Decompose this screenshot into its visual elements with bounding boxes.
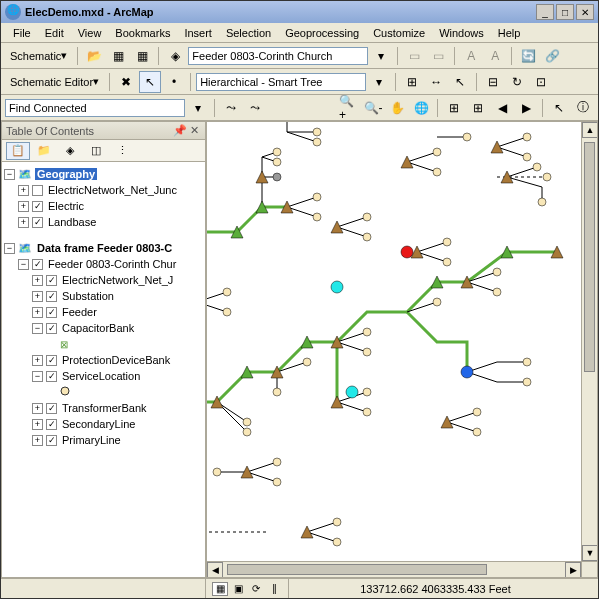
menu-windows[interactable]: Windows bbox=[433, 25, 490, 41]
zoomin-icon[interactable]: 🔍+ bbox=[338, 97, 360, 119]
schematic-dropdown[interactable]: Schematic ▾ bbox=[5, 46, 72, 65]
options-icon[interactable]: ⋮ bbox=[110, 142, 134, 160]
align-icon[interactable]: ⊟ bbox=[482, 71, 504, 93]
expand-toggle[interactable]: + bbox=[18, 217, 29, 228]
layer-item[interactable]: Electric bbox=[46, 200, 86, 212]
layout-arrow[interactable]: ▾ bbox=[368, 71, 390, 93]
fullext2-icon[interactable]: ⊞ bbox=[467, 97, 489, 119]
feeder-layer[interactable]: Feeder 0803-Corinth Chur bbox=[46, 258, 178, 270]
layout-view-tab[interactable]: ▣ bbox=[230, 582, 246, 596]
layer-checkbox[interactable] bbox=[46, 275, 57, 286]
expand-toggle[interactable]: − bbox=[4, 243, 15, 254]
layer-checkbox[interactable] bbox=[46, 307, 57, 318]
menu-help[interactable]: Help bbox=[492, 25, 527, 41]
data-view-tab[interactable]: ▦ bbox=[212, 582, 228, 596]
scroll-down-icon[interactable]: ▼ bbox=[582, 545, 598, 561]
feeder-combo[interactable] bbox=[188, 47, 368, 65]
expand-toggle[interactable]: − bbox=[32, 371, 43, 382]
expand-toggle[interactable]: + bbox=[32, 307, 43, 318]
layer-item[interactable]: SecondaryLine bbox=[60, 418, 137, 430]
prop1-icon[interactable]: ▭ bbox=[403, 45, 425, 67]
layer-item[interactable]: CapacitorBank bbox=[60, 322, 136, 334]
layer-checkbox[interactable] bbox=[32, 201, 43, 212]
layer-checkbox[interactable] bbox=[46, 435, 57, 446]
layer-item[interactable]: ServiceLocation bbox=[60, 370, 142, 382]
list-by-vis-icon[interactable]: ◈ bbox=[58, 142, 82, 160]
rotate-icon[interactable]: ↻ bbox=[506, 71, 528, 93]
open-icon[interactable]: 📂 bbox=[83, 45, 105, 67]
layer-item[interactable]: Feeder bbox=[60, 306, 99, 318]
tree-icon[interactable]: ⊞ bbox=[401, 71, 423, 93]
scroll-up-icon[interactable]: ▲ bbox=[582, 122, 598, 138]
move-icon[interactable]: • bbox=[163, 71, 185, 93]
menu-edit[interactable]: Edit bbox=[39, 25, 70, 41]
scroll-thumb[interactable] bbox=[227, 564, 487, 575]
layer-checkbox[interactable] bbox=[46, 403, 57, 414]
toc-close-icon[interactable]: ✕ bbox=[187, 124, 201, 137]
dataframe-item[interactable]: Data frame Feeder 0803-C bbox=[35, 242, 174, 254]
layer-checkbox[interactable] bbox=[46, 355, 57, 366]
select-icon[interactable]: ↖ bbox=[548, 97, 570, 119]
prop2-icon[interactable]: ▭ bbox=[427, 45, 449, 67]
combo-arrow[interactable]: ▾ bbox=[370, 45, 392, 67]
layer-item[interactable]: ElectricNetwork_Net_Junc bbox=[46, 184, 179, 196]
layer-checkbox[interactable] bbox=[32, 185, 43, 196]
fit-icon[interactable]: ⊡ bbox=[530, 71, 552, 93]
cursor-icon[interactable]: ↖ bbox=[139, 71, 161, 93]
toc-tree[interactable]: −🗺️Geography +ElectricNetwork_Net_Junc +… bbox=[2, 162, 205, 577]
list-by-drawing-icon[interactable]: 📋 bbox=[6, 142, 30, 160]
layer-checkbox[interactable] bbox=[32, 217, 43, 228]
expand-toggle[interactable]: + bbox=[32, 355, 43, 366]
zoomout-icon[interactable]: 🔍- bbox=[362, 97, 384, 119]
layer-checkbox[interactable] bbox=[32, 259, 43, 270]
list-by-source-icon[interactable]: 📁 bbox=[32, 142, 56, 160]
menu-file[interactable]: File bbox=[7, 25, 37, 41]
trace2-icon[interactable]: ⤳ bbox=[244, 97, 266, 119]
layer-item[interactable]: ElectricNetwork_Net_J bbox=[60, 274, 175, 286]
prev-icon[interactable]: ◀ bbox=[491, 97, 513, 119]
expand-toggle[interactable]: + bbox=[32, 291, 43, 302]
expand-toggle[interactable]: − bbox=[32, 323, 43, 334]
ident-icon[interactable]: ⓘ bbox=[572, 97, 594, 119]
delete-icon[interactable]: ✖ bbox=[115, 71, 137, 93]
pan-icon[interactable]: ✋ bbox=[386, 97, 408, 119]
layer-item[interactable]: Substation bbox=[60, 290, 116, 302]
target-icon[interactable]: ◈ bbox=[164, 45, 186, 67]
next-icon[interactable]: ▶ bbox=[515, 97, 537, 119]
layer-item[interactable]: TransformerBank bbox=[60, 402, 149, 414]
expand-toggle[interactable]: + bbox=[18, 185, 29, 196]
geography-frame[interactable]: Geography bbox=[35, 168, 97, 180]
ptr-icon[interactable]: ↖ bbox=[449, 71, 471, 93]
box2-icon[interactable]: ▦ bbox=[131, 45, 153, 67]
box1-icon[interactable]: ▦ bbox=[107, 45, 129, 67]
menu-selection[interactable]: Selection bbox=[220, 25, 277, 41]
layer-checkbox[interactable] bbox=[46, 291, 57, 302]
expand-toggle[interactable]: − bbox=[18, 259, 29, 270]
layer-checkbox[interactable] bbox=[46, 323, 57, 334]
expand-toggle[interactable]: + bbox=[32, 419, 43, 430]
refresh-view-icon[interactable]: ⟳ bbox=[248, 582, 264, 596]
globe-icon[interactable]: 🌐 bbox=[410, 97, 432, 119]
layer-checkbox[interactable] bbox=[46, 419, 57, 430]
layer-item[interactable]: Landbase bbox=[46, 216, 98, 228]
expand-toggle[interactable]: + bbox=[32, 275, 43, 286]
layer-item[interactable]: PrimaryLine bbox=[60, 434, 123, 446]
list-by-sel-icon[interactable]: ◫ bbox=[84, 142, 108, 160]
layout-combo[interactable] bbox=[196, 73, 366, 91]
expand-toggle[interactable]: + bbox=[18, 201, 29, 212]
close-button[interactable]: ✕ bbox=[576, 4, 594, 20]
refresh-icon[interactable]: 🔄 bbox=[517, 45, 539, 67]
layer-item[interactable]: ProtectionDeviceBank bbox=[60, 354, 172, 366]
menu-insert[interactable]: Insert bbox=[178, 25, 218, 41]
scroll-thumb[interactable] bbox=[584, 142, 595, 372]
trace1-icon[interactable]: ⤳ bbox=[220, 97, 242, 119]
fullext1-icon[interactable]: ⊞ bbox=[443, 97, 465, 119]
find-combo[interactable] bbox=[5, 99, 185, 117]
horizontal-scrollbar[interactable]: ◀ ▶ bbox=[207, 561, 581, 577]
expand-toggle[interactable]: + bbox=[32, 435, 43, 446]
editor-dropdown[interactable]: Schematic Editor ▾ bbox=[5, 72, 104, 91]
toc-pin-icon[interactable]: 📌 bbox=[173, 124, 187, 137]
vertical-scrollbar[interactable]: ▲ ▼ bbox=[581, 122, 597, 561]
menu-customize[interactable]: Customize bbox=[367, 25, 431, 41]
minimize-button[interactable]: _ bbox=[536, 4, 554, 20]
